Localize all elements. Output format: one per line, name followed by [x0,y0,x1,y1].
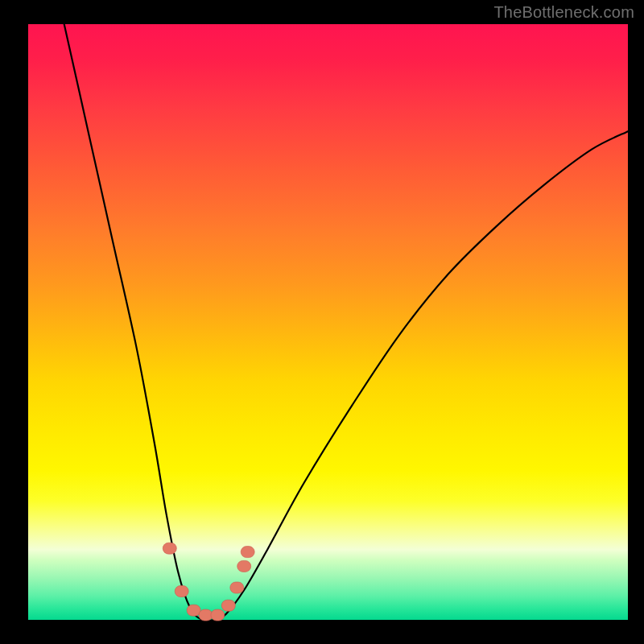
curve-marker [211,609,225,621]
curve-marker [230,582,244,593]
watermark-text: TheBottleneck.com [493,3,634,22]
curve-marker [163,543,176,554]
curve-marker [187,605,200,616]
curve-marker [221,600,235,611]
chart-frame: TheBottleneck.com [0,0,644,644]
marker-group [163,543,254,621]
bottleneck-curve [64,24,628,621]
curve-marker [241,547,254,558]
plot-area [28,24,628,620]
curve-marker [237,560,251,572]
curve-layer [28,24,628,620]
curve-marker [199,609,213,621]
curve-marker [175,586,188,597]
